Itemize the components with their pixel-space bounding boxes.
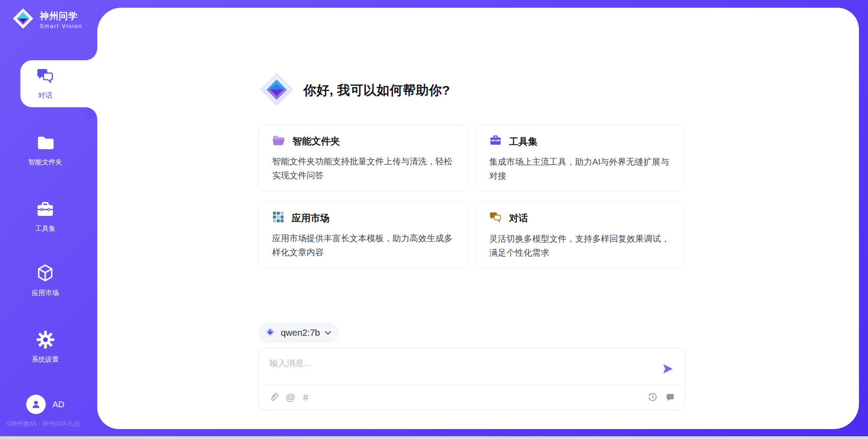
main-panel: 你好, 我可以如何帮助你? 智能文件夹 智能文件夹功能支持批量文件上传与清洗，轻… bbox=[97, 8, 859, 429]
at-icon: @ bbox=[286, 392, 295, 402]
card-toolbox[interactable]: 工具集 集成市场上主流工具，助力AI与外界无缝扩展与对接 bbox=[475, 125, 685, 191]
card-title: 对话 bbox=[509, 212, 528, 224]
copyright-text: ©神州数码 · 神州问学出品 bbox=[6, 420, 80, 428]
history-icon bbox=[648, 392, 657, 402]
sidebar-item-smart-folder[interactable]: 智能文件夹 bbox=[0, 134, 97, 167]
sidebar-item-settings[interactable]: 系统设置 bbox=[0, 330, 97, 364]
attach-button[interactable] bbox=[269, 392, 278, 402]
folder-icon bbox=[35, 134, 55, 154]
greeting-text: 你好, 我可以如何帮助你? bbox=[303, 82, 450, 99]
sidebar-item-label: 应用市场 bbox=[32, 289, 59, 297]
sidebar-item-label: 智能文件夹 bbox=[28, 158, 62, 167]
message-composer: @ # bbox=[258, 348, 685, 410]
window-bottom-edge bbox=[0, 436, 868, 439]
card-title: 工具集 bbox=[509, 135, 538, 148]
sidebar-item-label: 系统设置 bbox=[32, 355, 59, 364]
sidebar-item-toolbox[interactable]: 工具集 bbox=[0, 200, 97, 233]
chat-bubble-icon bbox=[665, 392, 675, 402]
chevron-down-icon bbox=[325, 329, 331, 337]
toolbox-icon bbox=[489, 134, 502, 148]
card-title: 智能文件夹 bbox=[292, 135, 340, 148]
gear-icon bbox=[36, 330, 55, 351]
message-input[interactable] bbox=[259, 348, 685, 381]
send-icon bbox=[661, 363, 674, 375]
chat-icon bbox=[489, 211, 502, 225]
history-button[interactable] bbox=[648, 392, 657, 402]
conversation-button[interactable] bbox=[665, 392, 675, 402]
assistant-logo-icon bbox=[258, 71, 295, 110]
card-description: 智能文件夹功能支持批量文件上传与清洗，轻松实现文件问答 bbox=[272, 154, 455, 182]
sidebar-item-label: 工具集 bbox=[35, 224, 56, 233]
welcome-header: 你好, 我可以如何帮助你? bbox=[258, 72, 450, 109]
sidebar: 神州问学 Smart Vision 对话 智能文件夹 bbox=[0, 0, 97, 439]
card-app-market[interactable]: 应用市场 应用市场提供丰富长文本模板，助力高效生成多样化文章内容 bbox=[258, 201, 468, 268]
feature-cards: 智能文件夹 智能文件夹功能支持批量文件上传与清洗，轻松实现文件问答 bbox=[258, 125, 685, 268]
grid-icon bbox=[272, 211, 284, 225]
hash-icon: # bbox=[303, 392, 308, 402]
send-button[interactable] bbox=[661, 363, 674, 375]
tab-fillet-top bbox=[85, 48, 97, 60]
card-smart-folder[interactable]: 智能文件夹 智能文件夹功能支持批量文件上传与清洗，轻松实现文件问答 bbox=[258, 125, 468, 191]
model-logo-icon bbox=[264, 326, 276, 340]
sidebar-item-app-market[interactable]: 应用市场 bbox=[0, 263, 97, 297]
brand-subtitle: Smart Vision bbox=[40, 23, 83, 29]
sidebar-item-chat[interactable]: 对话 bbox=[20, 60, 98, 107]
user-account[interactable]: AD bbox=[26, 395, 64, 414]
card-description: 应用市场提供丰富长文本模板，助力高效生成多样化文章内容 bbox=[272, 231, 455, 259]
mention-button[interactable]: @ bbox=[286, 392, 295, 402]
avatar bbox=[26, 395, 46, 414]
chat-icon bbox=[36, 67, 54, 87]
card-description: 灵活切换多模型文件，支持多样回复效果调试，满足个性化需求 bbox=[489, 232, 672, 260]
user-initials: AD bbox=[52, 400, 64, 410]
folder-open-icon bbox=[272, 134, 285, 148]
cube-icon bbox=[35, 263, 55, 285]
paperclip-icon bbox=[269, 392, 278, 402]
brand-diamond-icon bbox=[12, 7, 34, 32]
toolbox-icon bbox=[36, 200, 55, 220]
model-selector[interactable]: qwen2:7b bbox=[258, 322, 339, 343]
sidebar-item-label: 对话 bbox=[38, 91, 52, 100]
tab-fillet-bottom bbox=[85, 107, 97, 119]
brand-logo: 神州问学 Smart Vision bbox=[12, 7, 83, 32]
card-chat[interactable]: 对话 灵活切换多模型文件，支持多样回复效果调试，满足个性化需求 bbox=[475, 201, 685, 268]
card-description: 集成市场上主流工具，助力AI与外界无缝扩展与对接 bbox=[489, 155, 672, 183]
hashtag-button[interactable]: # bbox=[303, 392, 308, 402]
model-name: qwen2:7b bbox=[281, 328, 320, 338]
brand-name: 神州问学 bbox=[40, 10, 83, 22]
card-title: 应用市场 bbox=[292, 212, 330, 224]
